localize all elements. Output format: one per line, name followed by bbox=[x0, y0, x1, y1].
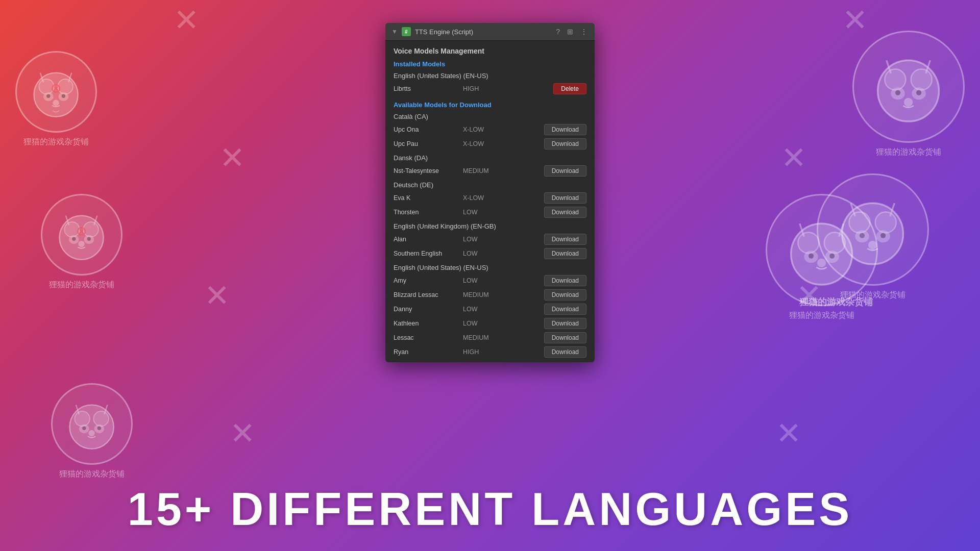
voice-quality-librtts: HIGH bbox=[463, 85, 550, 92]
table-row: Upc Ona X-LOW Download bbox=[394, 122, 586, 137]
voice-upc-ona: Upc Ona bbox=[394, 126, 460, 133]
download-button-southern-english[interactable]: Download bbox=[544, 248, 586, 259]
download-button-ryan[interactable]: Download bbox=[544, 346, 586, 358]
svg-point-7 bbox=[62, 94, 65, 98]
voice-eva-k: Eva K bbox=[394, 194, 460, 202]
watermark-top-right: 狸猫的游戏杂货铺 bbox=[852, 31, 965, 158]
watermark-circle-tr bbox=[852, 31, 965, 143]
dialog-title-text: TTS Engine (Script) bbox=[415, 28, 551, 36]
download-button-nst[interactable]: Download bbox=[544, 165, 586, 177]
quality-nst: MEDIUM bbox=[463, 167, 541, 174]
tts-engine-dialog: ▼ # TTS Engine (Script) ? ⊞ ⋮ Voice Mode… bbox=[385, 23, 595, 362]
quality-alan: LOW bbox=[463, 236, 541, 243]
voice-amy: Amy bbox=[394, 277, 460, 284]
watermark-circle-bl bbox=[51, 383, 133, 465]
table-row: Librtts HIGH Delete bbox=[394, 82, 586, 96]
pin-button[interactable]: ⊞ bbox=[566, 27, 574, 36]
svg-point-16 bbox=[916, 90, 921, 95]
more-options-button[interactable]: ⋮ bbox=[579, 27, 589, 36]
svg-point-1 bbox=[39, 79, 55, 94]
section-header: Voice Models Management bbox=[394, 47, 586, 55]
table-row: Blizzard Lessac MEDIUM Download bbox=[394, 288, 586, 302]
quality-southern-english: LOW bbox=[463, 250, 541, 257]
voice-danny: Danny bbox=[394, 306, 460, 313]
quality-lessac: MEDIUM bbox=[463, 334, 541, 341]
voice-name-librtts: Librtts bbox=[394, 85, 460, 92]
svg-point-39 bbox=[89, 430, 95, 436]
language-group-ca: Català (CA) Upc Ona X-LOW Download Upc P… bbox=[394, 113, 586, 151]
download-button-danny[interactable]: Download bbox=[544, 304, 586, 315]
table-row: Amy LOW Download bbox=[394, 273, 586, 288]
voice-nst: Nst-Talesyntese bbox=[394, 167, 460, 174]
available-models-label: Available Models for Download bbox=[394, 101, 586, 109]
delete-button-librtts[interactable]: Delete bbox=[553, 83, 586, 94]
svg-point-10 bbox=[885, 69, 906, 90]
table-row: Kathleen LOW Download bbox=[394, 316, 586, 331]
language-dansk: Dansk (DA) bbox=[394, 154, 586, 162]
svg-point-23 bbox=[72, 237, 76, 241]
watermark-center-left: 狸猫的游戏杂货铺 bbox=[41, 194, 122, 290]
svg-point-62 bbox=[824, 233, 845, 254]
language-en-gb: English (United Kingdom) (EN-GB) bbox=[394, 222, 586, 230]
download-button-lessac[interactable]: Download bbox=[544, 332, 586, 343]
table-row: Upc Pau X-LOW Download bbox=[394, 137, 586, 151]
svg-point-18 bbox=[65, 222, 80, 237]
download-button-amy[interactable]: Download bbox=[544, 275, 586, 286]
table-row: Alan LOW Download bbox=[394, 232, 586, 246]
download-button-alan[interactable]: Download bbox=[544, 234, 586, 245]
language-group-da: Dansk (DA) Nst-Talesyntese MEDIUM Downlo… bbox=[394, 154, 586, 178]
right-watermark-text: 狸猫的游戏杂货铺 bbox=[799, 296, 873, 308]
raccoon-icon-cl bbox=[50, 203, 113, 266]
voice-thorsten: Thorsten bbox=[394, 209, 460, 216]
bottom-headline-container: 15+ DIFFERENT LANGUAGES bbox=[0, 483, 980, 536]
raccoon-icon-tr bbox=[865, 43, 952, 130]
quality-blizzard: MEDIUM bbox=[463, 291, 541, 298]
language-en-us-available: English (United States) (EN-US) bbox=[394, 264, 586, 271]
raccoon-icon-bl bbox=[60, 392, 123, 455]
download-button-kathleen[interactable]: Download bbox=[544, 318, 586, 329]
svg-point-22 bbox=[79, 241, 85, 247]
svg-point-24 bbox=[87, 237, 91, 241]
table-row: Thorsten LOW Download bbox=[394, 205, 586, 219]
help-button[interactable]: ? bbox=[555, 27, 561, 36]
title-arrow-icon: ▼ bbox=[391, 28, 398, 35]
quality-danny: LOW bbox=[463, 306, 541, 313]
svg-point-65 bbox=[817, 259, 826, 267]
svg-point-9 bbox=[878, 61, 939, 122]
dialog-titlebar: ▼ # TTS Engine (Script) ? ⊞ ⋮ bbox=[385, 23, 595, 41]
svg-point-66 bbox=[808, 254, 814, 259]
download-button-blizzard[interactable]: Download bbox=[544, 289, 586, 300]
svg-point-17 bbox=[60, 216, 104, 260]
quality-amy: LOW bbox=[463, 277, 541, 284]
bottom-headline-text: 15+ DIFFERENT LANGUAGES bbox=[0, 483, 980, 536]
download-button-thorsten[interactable]: Download bbox=[544, 207, 586, 218]
svg-point-41 bbox=[97, 427, 101, 430]
download-button-upc-pau[interactable]: Download bbox=[544, 138, 586, 149]
download-button-upc-ona[interactable]: Download bbox=[544, 124, 586, 135]
svg-point-34 bbox=[70, 405, 114, 449]
svg-point-60 bbox=[791, 224, 852, 285]
language-group-en-us-available: English (United States) (EN-US) Amy LOW … bbox=[394, 264, 586, 359]
watermark-circle-rc bbox=[766, 194, 878, 306]
svg-point-11 bbox=[911, 69, 932, 90]
svg-point-40 bbox=[83, 427, 86, 430]
quality-upc-pau: X-LOW bbox=[463, 140, 541, 147]
table-row: Eva K X-LOW Download bbox=[394, 191, 586, 205]
voice-southern-english: Southern English bbox=[394, 250, 460, 257]
table-row: Southern English LOW Download bbox=[394, 246, 586, 261]
download-button-eva-k[interactable]: Download bbox=[544, 192, 586, 204]
quality-upc-ona: X-LOW bbox=[463, 126, 541, 133]
table-row: Ryan HIGH Download bbox=[394, 345, 586, 359]
raccoon-icon-rc bbox=[778, 206, 865, 293]
quality-ryan: HIGH bbox=[463, 348, 541, 356]
installed-models-label: Installed Models bbox=[394, 60, 586, 68]
table-row: Lessac MEDIUM Download bbox=[394, 331, 586, 345]
raccoon-icon-tl bbox=[24, 60, 87, 123]
dialog-content: Voice Models Management Installed Models… bbox=[385, 41, 595, 362]
language-group-en-gb: English (United Kingdom) (EN-GB) Alan LO… bbox=[394, 222, 586, 261]
svg-point-28 bbox=[875, 212, 896, 233]
svg-point-6 bbox=[47, 94, 51, 98]
svg-point-14 bbox=[904, 98, 913, 107]
voice-alan: Alan bbox=[394, 236, 460, 243]
svg-point-15 bbox=[895, 90, 900, 95]
